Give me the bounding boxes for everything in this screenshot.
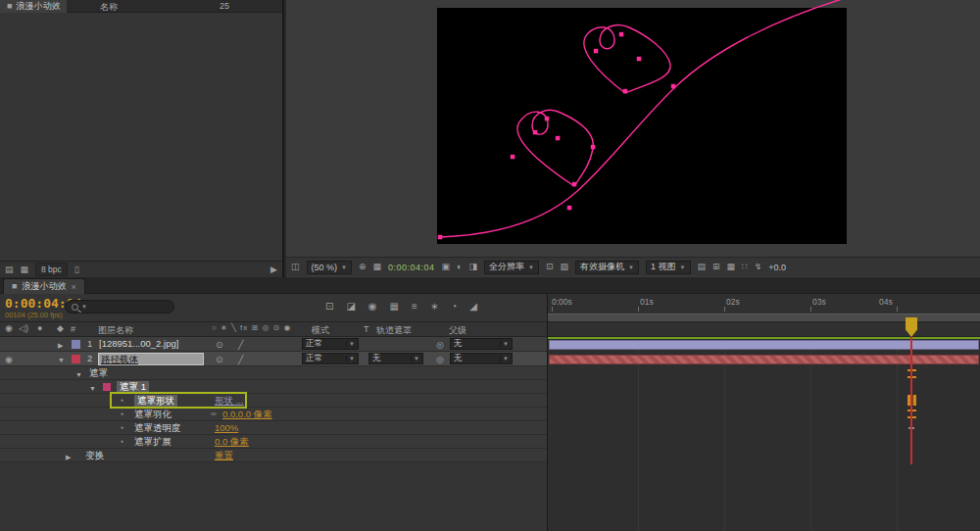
trkmat-column-label[interactable]: 轨道遮罩: [376, 324, 412, 337]
scroll-right-icon[interactable]: ▶: [270, 266, 277, 274]
thumbnail-view-icon[interactable]: ▦: [21, 266, 29, 274]
prop-row-masks[interactable]: ▼ 遮罩: [0, 366, 547, 380]
layer1-duration-bar[interactable]: [549, 340, 979, 350]
quality-toggle-icon[interactable]: ⊙: [216, 354, 223, 365]
bit-depth-button[interactable]: 8 bpc: [35, 263, 68, 276]
layer-name[interactable]: [128951...00_2.jpg]: [99, 338, 178, 350]
timeline-tab[interactable]: ■ 浪漫小动效 ×: [3, 278, 85, 294]
resolution-select[interactable]: 全分辨率▼: [484, 261, 539, 274]
stopwatch-icon[interactable]: ◔: [119, 436, 123, 448]
prop-row-mask-expansion[interactable]: ◔ 遮罩扩展 0.0 像素: [0, 435, 547, 449]
zoom-select[interactable]: (50 %)▼: [307, 261, 352, 274]
transform-label[interactable]: 变换: [85, 450, 104, 461]
playhead-line[interactable]: [910, 337, 912, 464]
project-tab[interactable]: ■ 浪漫小动效: [0, 0, 67, 13]
parent-pickwhip-icon[interactable]: ◎: [436, 339, 444, 351]
transparency-grid-icon[interactable]: ▨: [561, 263, 569, 271]
parent-column-label[interactable]: 父级: [449, 324, 466, 337]
list-view-icon[interactable]: ▤: [5, 266, 14, 274]
layer2-duration-bar[interactable]: [549, 355, 979, 364]
layer-color-swatch[interactable]: [72, 340, 80, 349]
blend-mode-select[interactable]: 正常▼: [302, 353, 359, 364]
layer-row-1[interactable]: ▶ 1 [128951...00_2.jpg] ⊙ ╱ 正常▼ ◎ 无▼: [0, 337, 547, 352]
collapse-arrow-icon[interactable]: ▼: [58, 355, 65, 366]
t-column-label: T: [364, 324, 369, 334]
transform-reset-link[interactable]: 重置: [215, 450, 233, 461]
view-lock-icon[interactable]: ◫: [291, 263, 300, 271]
grid-icon[interactable]: ▦: [373, 263, 382, 271]
layer-name-column-label[interactable]: 图层名称: [98, 324, 133, 337]
chevron-down-icon: ▼: [346, 341, 355, 347]
fast-preview-icon[interactable]: ↯: [755, 263, 762, 271]
track-area[interactable]: [548, 337, 980, 531]
blend-mode-select[interactable]: 正常▼: [302, 338, 359, 350]
eye-icon[interactable]: ◉: [5, 354, 13, 365]
mode-column-label[interactable]: 模式: [312, 324, 329, 337]
stopwatch-icon[interactable]: ◔: [119, 409, 123, 420]
view-layout-1-icon[interactable]: ▤: [698, 263, 707, 271]
mask-opacity-value[interactable]: 100%: [215, 422, 238, 434]
expand-arrow-icon[interactable]: ▶: [58, 340, 63, 352]
prop-row-mask-feather[interactable]: ◔ 遮罩羽化 ∞ 0.0,0.0 像素: [0, 408, 547, 421]
quality-toggle-icon[interactable]: ⊙: [216, 339, 223, 351]
exposure-value[interactable]: +0.0: [768, 263, 786, 272]
time-ruler[interactable]: 0:00s 01s 02s 03s 04s: [548, 294, 980, 337]
prop-row-mask-shape[interactable]: ◔ 遮罩形状 形状 ...: [0, 394, 547, 408]
region-of-interest-icon[interactable]: ⊡: [546, 263, 554, 271]
show-snapshot-icon[interactable]: ◐: [457, 263, 462, 271]
show-channel-icon[interactable]: ◨: [469, 263, 478, 271]
view-layout-2-icon[interactable]: ⊞: [712, 263, 720, 271]
project-panel: ■ 浪漫小动效 名称 25 ▤ ▦ 8 bpc ▯ ▶: [0, 0, 284, 277]
mask-color-swatch[interactable]: [103, 383, 111, 391]
timeline-column-header: ◉ ◁) ● ◆ # 图层名称 ○ ∗ ╲ fx ⊞ ◎ ⊙ ◉ 模式 T 轨道…: [0, 321, 547, 337]
auto-keyframe-icon[interactable]: ◔: [451, 301, 457, 312]
expand-arrow-icon[interactable]: ▶: [66, 452, 71, 463]
draft-3d-icon[interactable]: ◪: [346, 301, 355, 312]
hide-shy-icon[interactable]: ◉: [368, 301, 377, 312]
layer-color-swatch[interactable]: [72, 355, 80, 363]
mask-control-points[interactable]: [438, 32, 676, 240]
pixel-aspect-icon[interactable]: ∷: [742, 263, 748, 271]
name-column-header[interactable]: 名称: [100, 1, 118, 14]
layer-row-2[interactable]: ◉ ▼ 2 路径载体 ⊙ ╱ 正常▼ 无▼ ◎: [0, 352, 547, 366]
mask-feather-label[interactable]: 遮罩羽化: [134, 409, 172, 420]
prop-row-mask1[interactable]: ▼ 遮罩 1: [0, 380, 547, 394]
masks-group-label[interactable]: 遮罩: [89, 367, 108, 379]
track-matte-select[interactable]: 无▼: [368, 353, 423, 364]
mask-expansion-label[interactable]: 遮罩扩展: [134, 436, 172, 448]
playhead-handle[interactable]: [906, 317, 917, 337]
prop-row-mask-opacity[interactable]: ◔ 遮罩透明度 100%: [0, 421, 547, 435]
comp-mini-flowchart-icon[interactable]: ⊡: [325, 301, 333, 312]
close-icon[interactable]: ×: [71, 282, 75, 292]
frame-blend-icon[interactable]: ▦: [390, 301, 399, 312]
solo-column-icon: ●: [37, 324, 42, 333]
link-dimensions-icon[interactable]: ∞: [211, 409, 217, 420]
brainstorm-icon[interactable]: ∗: [430, 301, 438, 312]
mask-path-overlay[interactable]: [286, 0, 980, 257]
second-gridline: [897, 337, 898, 531]
draft-toggle-icon[interactable]: ╱: [238, 339, 243, 351]
parent-pickwhip-icon[interactable]: ◎: [436, 354, 444, 365]
switches-column-icons: ○ ∗ ╲ fx ⊞ ◎ ⊙ ◉: [212, 324, 292, 332]
draft-toggle-icon[interactable]: ╱: [238, 354, 243, 365]
parent-select[interactable]: 无▼: [450, 338, 513, 350]
graph-editor-icon[interactable]: ◢: [469, 301, 477, 312]
view-layout-select[interactable]: 1 视图▼: [646, 261, 690, 274]
snapshot-icon[interactable]: ▣: [442, 263, 451, 271]
viewer-timecode[interactable]: 0:00:04:04: [388, 263, 435, 272]
mask-path[interactable]: [440, 0, 858, 237]
view-layout-4-icon[interactable]: ▦: [727, 263, 736, 271]
layer-name-edit-field[interactable]: 路径载体: [98, 353, 204, 365]
motion-blur-icon[interactable]: ≡: [412, 301, 417, 312]
search-input[interactable]: ▼: [65, 300, 174, 314]
stopwatch-icon[interactable]: ◔: [119, 422, 123, 434]
parent-select[interactable]: 无▼: [450, 353, 513, 364]
mask-feather-value[interactable]: 0.0,0.0 像素: [222, 409, 272, 420]
safe-margins-icon[interactable]: ⊕: [359, 263, 367, 271]
viewer-toolbar: ◫ (50 %)▼ ⊕ ▦ 0:00:04:04 ▣ ◐ ◨ 全分辨率▼ ⊡ ▨…: [286, 257, 980, 276]
mask-expansion-value[interactable]: 0.0 像素: [215, 436, 249, 448]
prop-row-transform[interactable]: ▶ 变换 重置: [0, 449, 547, 462]
mask-opacity-label[interactable]: 遮罩透明度: [134, 422, 181, 434]
trash-icon[interactable]: ▯: [74, 266, 79, 274]
active-camera-select[interactable]: 有效摄像机▼: [575, 261, 639, 274]
